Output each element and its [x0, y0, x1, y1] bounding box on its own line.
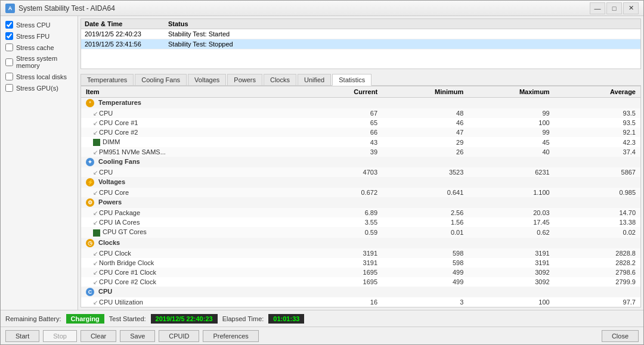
tab-bar: Temperatures Cooling Fans Voltages Power…	[80, 74, 641, 86]
main-window: A System Stability Test - AIDA64 — □ ✕ S…	[0, 0, 644, 345]
cpu-group-icon: C	[86, 288, 94, 296]
stress-gpu-checkbox[interactable]: Stress GPU(s)	[4, 83, 74, 93]
group-temperatures-label: ° Temperatures	[81, 98, 640, 109]
item-cpu-core2-temp: ↙CPU Core #2	[81, 128, 296, 137]
cpuid-button[interactable]: CPUID	[159, 330, 199, 342]
log-row-2[interactable]: 2019/12/5 23:41:56 Stability Test: Stopp…	[81, 39, 640, 49]
maximize-button[interactable]: □	[606, 2, 622, 14]
cpu-clock-min: 598	[382, 248, 468, 258]
cpu-core1-clock-current: 1695	[296, 268, 382, 277]
temperatures-icon: °	[86, 99, 94, 107]
cpu-temp-max: 99	[468, 108, 554, 118]
nvme-temp-avg: 37.4	[555, 147, 640, 157]
nvme-temp-max: 40	[468, 147, 554, 157]
app-icon: A	[5, 4, 15, 13]
elapsed-time-value: 01:01:33	[268, 314, 304, 324]
log-row-1[interactable]: 2019/12/5 22:40:23 Stability Test: Start…	[81, 29, 640, 39]
log-header: Date & Time Status	[81, 19, 640, 29]
item-cpu-ia-cores: ↙CPU IA Cores	[81, 217, 296, 227]
data-table-container: Item Current Minimum Maximum Average °	[80, 86, 641, 307]
stress-cpu-input[interactable]	[5, 21, 13, 29]
cpu-util-current: 16	[296, 297, 382, 307]
cpu-temp-current: 67	[296, 108, 382, 118]
tab-statistics[interactable]: Statistics	[332, 74, 371, 86]
item-cpu-utilization: ↙CPU Utilization	[81, 297, 296, 307]
cpu-core1-temp-avg: 93.5	[555, 118, 640, 128]
log-col-status: Status	[168, 20, 188, 27]
button-bar: Start Stop Clear Save CPUID Preferences …	[1, 327, 643, 344]
stress-sysmem-checkbox[interactable]: Stress system memory	[4, 54, 74, 70]
stress-disks-checkbox[interactable]: Stress local disks	[4, 72, 74, 82]
table-row: ↙CPU 67 48 99 93.5	[81, 108, 640, 118]
tab-cooling-fans[interactable]: Cooling Fans	[135, 74, 187, 85]
close-button[interactable]: Close	[602, 330, 639, 342]
stress-fpu-input[interactable]	[5, 32, 13, 40]
tab-voltages[interactable]: Voltages	[188, 74, 226, 85]
stress-cache-label: Stress cache	[16, 44, 54, 51]
elapsed-time-label: Elapsed Time:	[222, 315, 264, 322]
stress-cpu-checkbox[interactable]: Stress CPU	[4, 20, 74, 30]
stress-sysmem-label: Stress system memory	[16, 55, 73, 69]
col-header-minimum: Minimum	[382, 86, 468, 98]
cpu-throttle-max: 34	[468, 307, 554, 307]
cpu-core2-temp-avg: 92.1	[555, 128, 640, 137]
item-cpu-package-power: ↙CPU Package	[81, 208, 296, 217]
cpu-core1-temp-current: 65	[296, 118, 382, 128]
dimm-temp-avg: 42.3	[555, 137, 640, 147]
cpu-clock-avg: 2828.8	[555, 248, 640, 258]
stress-cache-input[interactable]	[5, 43, 13, 51]
tab-powers[interactable]: Powers	[227, 74, 262, 85]
stress-disks-label: Stress local disks	[16, 73, 67, 80]
cooling-fans-icon: ✦	[86, 158, 94, 166]
item-dimm-temp: DIMM	[81, 137, 296, 147]
stress-disks-input[interactable]	[5, 73, 13, 80]
cpu-core-volt-max: 1.100	[468, 188, 554, 197]
minimize-button[interactable]: —	[590, 2, 605, 14]
tab-clocks[interactable]: Clocks	[264, 74, 296, 85]
cpu-throttle-min: 0	[382, 307, 468, 307]
group-cpu-label: C CPU	[81, 287, 640, 297]
stress-fpu-checkbox[interactable]: Stress FPU	[4, 31, 74, 41]
stress-sysmem-input[interactable]	[5, 58, 13, 66]
save-button[interactable]: Save	[120, 330, 155, 342]
cpu-ia-max: 17.45	[468, 217, 554, 227]
stress-cache-checkbox[interactable]: Stress cache	[4, 42, 74, 52]
log-time-2: 2019/12/5 23:41:56	[85, 41, 168, 48]
dimm-temp-current: 43	[296, 137, 382, 147]
table-row: ↙CPU Core 0.672 0.641 1.100 0.985	[81, 188, 640, 197]
item-nvme-temp: ↙PM951 NVMe SAMS...	[81, 147, 296, 157]
cpu-package-max: 20.03	[468, 208, 554, 217]
cpu-throttle-avg: 2231.2	[555, 307, 640, 307]
stop-button[interactable]: Stop	[43, 330, 77, 342]
start-button[interactable]: Start	[5, 330, 39, 342]
stress-gpu-input[interactable]	[5, 84, 13, 92]
col-header-maximum: Maximum	[468, 86, 554, 98]
tab-temperatures[interactable]: Temperatures	[80, 74, 134, 85]
preferences-button[interactable]: Preferences	[203, 330, 258, 342]
right-panel: Date & Time Status 2019/12/5 22:40:23 St…	[78, 16, 643, 310]
cpu-ia-min: 1.56	[382, 217, 468, 227]
cpu-ia-current: 3.55	[296, 217, 382, 227]
group-cooling-fans: ✦ Cooling Fans	[81, 157, 640, 167]
cpu-gt-max: 0.62	[468, 227, 554, 237]
clear-button[interactable]: Clear	[80, 330, 116, 342]
tab-unified[interactable]: Unified	[298, 74, 331, 85]
dimm-temp-min: 29	[382, 137, 468, 147]
charging-badge: Charging	[66, 314, 104, 324]
table-row: CPU GT Cores 0.59 0.01 0.62 0.02	[81, 227, 640, 237]
close-window-button[interactable]: ✕	[623, 2, 639, 14]
group-clocks: ◷ Clocks	[81, 238, 640, 248]
stress-gpu-label: Stress GPU(s)	[16, 85, 58, 92]
table-row: ↙CPU Throttling 0 0 34 2231.2	[81, 307, 640, 307]
group-clocks-label: ◷ Clocks	[81, 238, 640, 248]
cpu-core1-temp-max: 100	[468, 118, 554, 128]
cpu-package-min: 2.56	[382, 208, 468, 217]
window-controls: — □ ✕	[590, 2, 639, 14]
cpu-util-max: 100	[468, 297, 554, 307]
cpu-core1-clock-min: 499	[382, 268, 468, 277]
table-row: ↙North Bridge Clock 3191 598 3191 2828.2	[81, 258, 640, 268]
log-time-1: 2019/12/5 22:40:23	[85, 30, 168, 38]
col-header-item: Item	[81, 86, 296, 98]
dimm-icon	[93, 139, 100, 146]
cpu-core-volt-avg: 0.985	[555, 188, 640, 197]
